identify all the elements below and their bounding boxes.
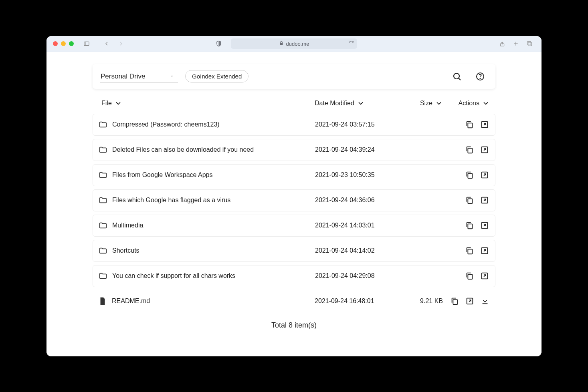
row-actions [443,221,489,230]
traffic-lights [53,41,74,46]
help-button[interactable] [472,68,488,84]
folder-icon [99,171,107,179]
column-size[interactable]: Size [399,99,443,107]
file-date: 2021-09-24 14:03:01 [315,222,399,229]
browser-window: dudoo.me Personal Drive [46,36,542,356]
table-row[interactable]: Compressed (Password: cheems123)2021-09-… [93,114,495,136]
footer-total: Total 8 item(s) [93,312,495,338]
table-row[interactable]: README.md2021-09-24 16:48:019.21 KB [93,290,495,312]
privacy-shield-icon[interactable] [213,39,224,48]
copy-link-button[interactable] [465,246,474,255]
chevron-down-icon [435,99,443,107]
file-name: Files which Google has flagged as a viru… [112,197,230,204]
titlebar: dudoo.me [46,36,542,52]
svg-line-9 [459,78,461,80]
forward-button[interactable] [115,39,127,48]
file-name: Compressed (Password: cheems123) [112,121,220,128]
table-row[interactable]: Files which Google has flagged as a viru… [93,189,495,211]
svg-rect-26 [453,300,457,304]
file-date: 2021-09-24 16:48:01 [315,298,399,305]
open-new-button[interactable] [480,170,489,180]
file-name: README.md [112,298,150,305]
svg-point-8 [454,73,459,79]
url-bar[interactable]: dudoo.me [231,38,357,49]
app-title-chip[interactable]: GoIndex Extended [185,70,249,82]
copy-link-button[interactable] [465,170,474,180]
file-date: 2021-09-24 04:29:08 [315,272,399,279]
file-date: 2021-09-24 04:36:06 [315,197,399,204]
folder-icon [99,221,107,230]
file-date: 2021-09-23 10:50:35 [315,171,399,179]
file-list: Compressed (Password: cheems123)2021-09-… [93,114,495,312]
column-actions[interactable]: Actions [443,99,490,107]
svg-point-11 [480,78,480,78]
table-row[interactable]: Multimedia2021-09-24 14:03:01 [93,215,495,237]
download-button[interactable] [480,296,490,306]
svg-rect-20 [468,224,472,229]
file-date: 2021-09-24 03:57:15 [315,121,399,128]
table-row[interactable]: Shortcuts2021-09-24 04:14:02 [93,240,495,262]
close-window-button[interactable] [53,41,58,46]
open-new-button[interactable] [480,120,489,129]
column-file-label: File [101,100,112,107]
svg-rect-14 [468,148,472,153]
chevron-down-icon [357,99,365,107]
svg-rect-7 [527,42,531,45]
svg-rect-24 [468,274,472,279]
chevron-down-icon [114,99,122,107]
column-actions-label: Actions [459,100,479,107]
open-new-button[interactable] [465,296,475,306]
copy-link-button[interactable] [465,145,474,155]
file-name: Deleted Files can also be downloaded if … [112,146,254,153]
new-tab-icon[interactable] [510,39,521,48]
folder-icon [99,271,107,280]
url-text: dudoo.me [286,41,309,47]
file-date: 2021-09-24 04:39:24 [315,146,399,153]
copy-link-button[interactable] [465,271,474,281]
app-title-text: GoIndex Extended [192,73,242,80]
open-new-button[interactable] [480,221,489,230]
maximize-window-button[interactable] [69,41,74,46]
table-row[interactable]: Deleted Files can also be downloaded if … [93,139,495,161]
table-header: File Date Modified Size Actions [93,89,495,114]
drive-selector[interactable]: Personal Drive [100,70,178,82]
row-actions [443,271,489,281]
copy-link-button[interactable] [450,296,459,306]
open-new-button[interactable] [480,246,489,255]
file-size: 9.21 KB [399,298,443,305]
copy-link-button[interactable] [465,195,474,205]
svg-rect-18 [468,199,472,203]
minimize-window-button[interactable] [61,41,66,46]
copy-link-button[interactable] [465,120,474,129]
open-new-button[interactable] [480,195,489,205]
folder-icon [99,196,107,205]
file-icon [98,297,107,306]
tabs-overview-icon[interactable] [524,39,535,48]
search-button[interactable] [449,68,465,84]
folder-icon [99,145,107,154]
share-icon[interactable] [497,39,508,48]
column-date-label: Date Modified [315,100,354,107]
row-actions [443,195,489,205]
page-content: Personal Drive GoIndex Extended File [46,52,542,356]
svg-rect-28 [483,304,488,304]
table-row[interactable]: You can check if support for all chars w… [93,265,495,287]
back-button[interactable] [101,39,112,48]
open-new-button[interactable] [480,145,489,155]
reload-icon[interactable] [348,40,354,47]
copy-link-button[interactable] [465,221,474,230]
table-row[interactable]: Files from Google Workspace Apps2021-09-… [93,164,495,186]
sidebar-toggle-icon[interactable] [81,39,92,48]
file-name: Multimedia [112,222,143,229]
file-name: Shortcuts [112,247,139,254]
row-actions [443,170,489,180]
column-date[interactable]: Date Modified [315,99,399,107]
column-file[interactable]: File [98,99,315,107]
column-size-label: Size [420,100,432,107]
svg-rect-16 [468,173,472,178]
drive-selector-label: Personal Drive [101,72,145,80]
file-name: Files from Google Workspace Apps [112,171,212,179]
svg-rect-12 [468,123,472,128]
row-actions [443,120,489,129]
open-new-button[interactable] [480,271,489,281]
